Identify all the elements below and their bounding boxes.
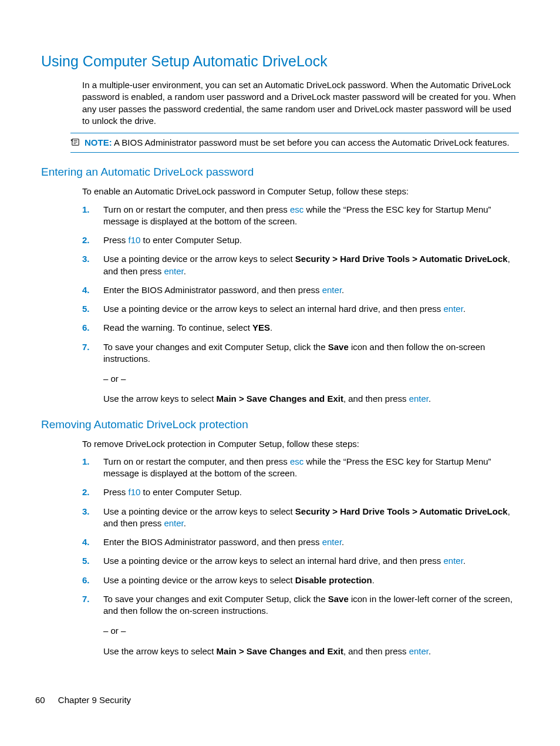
page-footer: 60 Chapter 9 Security	[35, 695, 131, 705]
keycap: enter	[409, 394, 429, 404]
bold-text: Main > Save Changes and Exit	[217, 646, 343, 656]
step-number: 4.	[82, 284, 93, 296]
keycap: f10	[129, 235, 141, 245]
step-number: 3.	[82, 253, 93, 277]
keycap: enter	[409, 646, 429, 656]
list-item: 4.Enter the BIOS Administrator password,…	[82, 536, 519, 548]
step-number: 7.	[82, 593, 93, 657]
step-number: 1.	[82, 204, 93, 228]
step-body: Use a pointing device or the arrow keys …	[103, 574, 519, 586]
step-number: 4.	[82, 536, 93, 548]
subheading-removing: Removing Automatic DriveLock protection	[41, 418, 519, 431]
page-title: Using Computer Setup Automatic DriveLock	[41, 53, 519, 70]
keycap: esc	[290, 204, 303, 214]
keycap: enter	[164, 518, 183, 528]
keycap: enter	[444, 304, 463, 314]
list-item: 5.Use a pointing device or the arrow key…	[82, 555, 519, 567]
step-number: 2.	[82, 234, 93, 246]
list-item: 2.Press f10 to enter Computer Setup.	[82, 234, 519, 246]
alt-instruction: Use the arrow keys to select Main > Save…	[103, 393, 519, 405]
keycap: enter	[322, 285, 342, 295]
step-body: To save your changes and exit Computer S…	[103, 593, 519, 657]
alt-instruction: Use the arrow keys to select Main > Save…	[103, 646, 519, 657]
keycap: f10	[129, 487, 141, 497]
step-body: Press f10 to enter Computer Setup.	[103, 486, 519, 498]
keycap: enter	[164, 266, 183, 276]
step-body: Turn on or restart the computer, and the…	[103, 456, 519, 480]
step-body: Enter the BIOS Administrator password, a…	[103, 284, 519, 296]
list-item: 3.Use a pointing device or the arrow key…	[82, 253, 519, 277]
step-body: Use a pointing device or the arrow keys …	[103, 555, 519, 567]
step-number: 5.	[82, 303, 93, 315]
list-item: 3.Use a pointing device or the arrow key…	[82, 506, 519, 530]
note-label: NOTE:	[85, 137, 112, 147]
step-number: 5.	[82, 555, 93, 567]
step-body: Read the warning. To continue, select YE…	[103, 322, 519, 334]
list-item: 5.Use a pointing device or the arrow key…	[82, 303, 519, 315]
step-body: Use a pointing device or the arrow keys …	[103, 303, 519, 315]
step-number: 6.	[82, 322, 93, 334]
or-separator: – or –	[103, 373, 519, 385]
intro-paragraph: In a multiple-user environment, you can …	[82, 79, 519, 127]
list-item: 7.To save your changes and exit Computer…	[82, 341, 519, 405]
chapter-label: Chapter 9 Security	[58, 695, 131, 705]
or-separator: – or –	[103, 625, 519, 637]
step-number: 7.	[82, 341, 93, 405]
step-number: 3.	[82, 506, 93, 530]
list-item: 6.Read the warning. To continue, select …	[82, 322, 519, 334]
bold-text: Security > Hard Drive Tools > Automatic …	[295, 506, 508, 516]
list-item: 2.Press f10 to enter Computer Setup.	[82, 486, 519, 498]
step-body: Turn on or restart the computer, and the…	[103, 204, 519, 228]
page-number: 60	[35, 695, 45, 705]
step-body: Press f10 to enter Computer Setup.	[103, 234, 519, 246]
keycap: esc	[290, 456, 303, 466]
step-body: To save your changes and exit Computer S…	[103, 341, 519, 405]
step-number: 2.	[82, 486, 93, 498]
step-number: 1.	[82, 456, 93, 480]
section1-steps: 1.Turn on or restart the computer, and t…	[82, 204, 519, 405]
note-icon	[70, 138, 81, 146]
step-body: Use a pointing device or the arrow keys …	[103, 253, 519, 277]
bold-text: Main > Save Changes and Exit	[217, 394, 343, 404]
list-item: 4.Enter the BIOS Administrator password,…	[82, 284, 519, 296]
list-item: 6.Use a pointing device or the arrow key…	[82, 574, 519, 586]
keycap: enter	[444, 556, 463, 566]
list-item: 1.Turn on or restart the computer, and t…	[82, 204, 519, 228]
section2-lead: To remove DriveLock protection in Comput…	[82, 438, 519, 450]
bold-text: Save	[328, 594, 349, 604]
bold-text: YES	[252, 322, 270, 332]
list-item: 7.To save your changes and exit Computer…	[82, 593, 519, 657]
section2-steps: 1.Turn on or restart the computer, and t…	[82, 456, 519, 657]
bold-text: Disable protection	[295, 575, 372, 585]
note-text: A BIOS Administrator password must be se…	[114, 137, 510, 147]
bold-text: Security > Hard Drive Tools > Automatic …	[295, 254, 508, 264]
list-item: 1.Turn on or restart the computer, and t…	[82, 456, 519, 480]
bold-text: Save	[328, 342, 349, 352]
step-number: 6.	[82, 574, 93, 586]
note-block: NOTE: A BIOS Administrator password must…	[70, 133, 519, 153]
step-body: Use a pointing device or the arrow keys …	[103, 506, 519, 530]
subheading-entering: Entering an Automatic DriveLock password	[41, 166, 519, 179]
keycap: enter	[322, 537, 342, 547]
section1-lead: To enable an Automatic DriveLock passwor…	[82, 186, 519, 197]
step-body: Enter the BIOS Administrator password, a…	[103, 536, 519, 548]
